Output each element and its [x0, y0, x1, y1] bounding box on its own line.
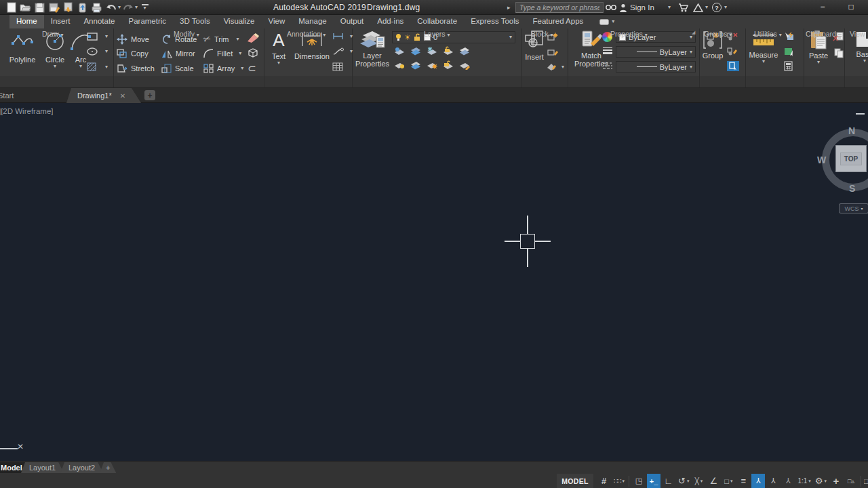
scale-button[interactable]: Scale — [161, 64, 194, 73]
tab-annotate[interactable]: Annotate — [77, 15, 121, 28]
tab-3d-tools[interactable]: 3D Tools — [173, 15, 217, 28]
isolate-objects-button[interactable]: □▵ — [844, 474, 858, 488]
hatch-button[interactable]: ▾ — [87, 62, 108, 71]
quick-select-button[interactable] — [783, 32, 795, 41]
customization-button[interactable]: + — [829, 474, 843, 488]
dimension-style-button[interactable]: ▾ — [332, 33, 353, 40]
properties-dialog-launcher-icon[interactable]: ◢ — [692, 30, 695, 35]
layer-lock-icon[interactable] — [442, 46, 454, 56]
viewcube-top-face[interactable]: TOP — [835, 145, 867, 172]
group-selection-toggle[interactable] — [727, 61, 739, 71]
define-attributes-button[interactable] — [547, 47, 559, 56]
drawing-canvas[interactable]: [-][Top][2D Wireframe] N W S TOP WCS▾ ✕ — [0, 103, 868, 461]
panel-groups-label[interactable]: Groups ▾ — [704, 30, 732, 38]
text-dropdown-icon[interactable]: ▾ — [277, 60, 280, 66]
paste-dropdown-icon[interactable]: ▾ — [817, 60, 820, 65]
tab-visualize[interactable]: Visualize — [217, 15, 262, 28]
measure-dropdown-icon[interactable]: ▾ — [762, 59, 765, 64]
new-file-tab-button[interactable]: + — [144, 90, 155, 100]
tab-parametric[interactable]: Parametric — [122, 15, 174, 28]
tab-collaborate[interactable]: Collaborate — [410, 15, 464, 28]
layer-freeze-icon[interactable] — [426, 46, 438, 56]
copy-clip-button[interactable] — [834, 48, 844, 58]
layer-select-dropdown[interactable]: ☀ 0 ▾ — [392, 31, 515, 43]
viewport-controls[interactable]: [-][Top][2D Wireframe] — [0, 107, 53, 115]
file-tab-drawing1[interactable]: Drawing1* ✕ — [66, 88, 141, 103]
circle-dropdown-icon[interactable]: ▾ — [54, 64, 56, 69]
layer-properties-button[interactable]: Layer Properties — [355, 30, 390, 68]
new-drawing-icon[interactable] — [4, 1, 18, 14]
viewcube-north-label[interactable]: N — [848, 125, 855, 136]
trim-dropdown-icon[interactable]: ▾ — [237, 37, 239, 42]
panel-modify-label[interactable]: Modify ▾ — [174, 30, 199, 38]
annotation-scale-button[interactable]: 1:1▾ — [796, 474, 812, 488]
tab-home[interactable]: Home — [9, 15, 44, 28]
layer-dropdown-icon[interactable]: ▾ — [509, 35, 512, 40]
new-layout-button[interactable]: + — [100, 462, 116, 473]
tab-express-tools[interactable]: Express Tools — [464, 15, 526, 28]
layer-unlock-all-icon[interactable] — [442, 60, 454, 70]
panel-annotation-label[interactable]: Annotation ▾ — [287, 30, 326, 38]
group-edit-button[interactable] — [727, 47, 738, 56]
open-icon[interactable] — [18, 1, 33, 14]
ellipse-button[interactable]: ▾ — [87, 47, 108, 56]
ribbon-display-toggle[interactable]: ▾ — [599, 15, 614, 28]
polar-tracking-button[interactable]: ↺▾ — [677, 474, 690, 488]
object-snap-button[interactable]: □▾ — [722, 474, 735, 488]
search-icon[interactable] — [606, 1, 616, 14]
tab-insert[interactable]: Insert — [44, 15, 77, 28]
save-as-icon[interactable] — [47, 1, 61, 14]
dynamic-input-button[interactable]: +_ — [647, 474, 660, 488]
redo-icon[interactable] — [121, 1, 135, 14]
tab-view[interactable]: View — [261, 15, 292, 28]
array-dropdown-icon[interactable]: ▾ — [241, 66, 243, 71]
mirror-button[interactable]: Mirror — [161, 49, 195, 58]
app-store-dropdown-icon[interactable]: ▾ — [705, 1, 708, 14]
fillet-button[interactable]: Fillet ▾ — [203, 49, 241, 58]
workspace-switching-button[interactable]: ⚙▾ — [814, 474, 828, 488]
layer-turn-on-icon[interactable] — [393, 60, 406, 70]
tab-manage[interactable]: Manage — [292, 15, 334, 28]
leader-button[interactable]: ▾ — [332, 47, 353, 56]
help-icon[interactable]: ? — [712, 3, 722, 12]
offset-button[interactable]: ⊂ — [248, 62, 256, 75]
tab-output[interactable]: Output — [334, 15, 371, 28]
command-line-close-icon[interactable]: ✕ — [17, 442, 24, 451]
panel-draw-label[interactable]: Draw ▾ — [42, 30, 63, 38]
fillet-dropdown-icon[interactable]: ▾ — [239, 51, 241, 56]
window-minimize-button[interactable]: − — [812, 0, 833, 14]
layer-unisolate-icon[interactable] — [410, 60, 422, 70]
annotation-scale-icon-button[interactable]: ⅄ — [781, 474, 795, 488]
search-input[interactable] — [515, 2, 604, 13]
layer-thaw-all-icon[interactable] — [426, 60, 438, 70]
layer-off-icon[interactable] — [393, 46, 406, 56]
table-button[interactable] — [332, 62, 343, 71]
grid-display-button[interactable]: # — [597, 474, 611, 488]
save-icon[interactable] — [33, 1, 47, 14]
help-dropdown-icon[interactable]: ▾ — [724, 1, 727, 14]
panel-block-label[interactable]: Block ▾ — [531, 30, 553, 38]
panel-layers-label[interactable]: Layers ▾ — [424, 30, 450, 38]
annotation-visibility-button[interactable]: ⅄ — [751, 474, 765, 488]
open-from-web-mobile-icon[interactable] — [75, 1, 90, 14]
trim-button[interactable]: ✂ Trim ▾ — [203, 34, 239, 44]
wcs-dropdown[interactable]: WCS▾ — [839, 203, 868, 214]
store-cart-icon[interactable] — [678, 1, 688, 14]
layer-isolate-icon[interactable] — [410, 46, 422, 56]
panel-utilities-label[interactable]: Utilities ▾ — [754, 30, 782, 38]
quick-calculator-button[interactable] — [783, 47, 795, 56]
ortho-mode-button[interactable]: ∟ — [662, 474, 675, 488]
copy-button[interactable]: Copy — [117, 49, 149, 58]
panel-properties-label[interactable]: Properties ▾ — [610, 30, 648, 38]
object-snap-tracking-button[interactable]: ∠ — [707, 474, 720, 488]
user-icon[interactable] — [619, 1, 627, 14]
array-button[interactable]: Array ▾ — [203, 64, 243, 73]
model-space-button[interactable]: MODEL — [557, 474, 593, 488]
window-maximize-button[interactable]: □ — [841, 0, 861, 14]
navbar-collapsed-icon[interactable] — [856, 113, 865, 115]
sign-in-button[interactable]: Sign In — [630, 1, 654, 14]
move-button[interactable]: Move — [117, 34, 149, 45]
stretch-button[interactable]: Stretch — [117, 64, 155, 73]
sign-in-dropdown-icon[interactable]: ▾ — [668, 1, 671, 14]
autodesk-app-store-icon[interactable] — [693, 1, 703, 14]
